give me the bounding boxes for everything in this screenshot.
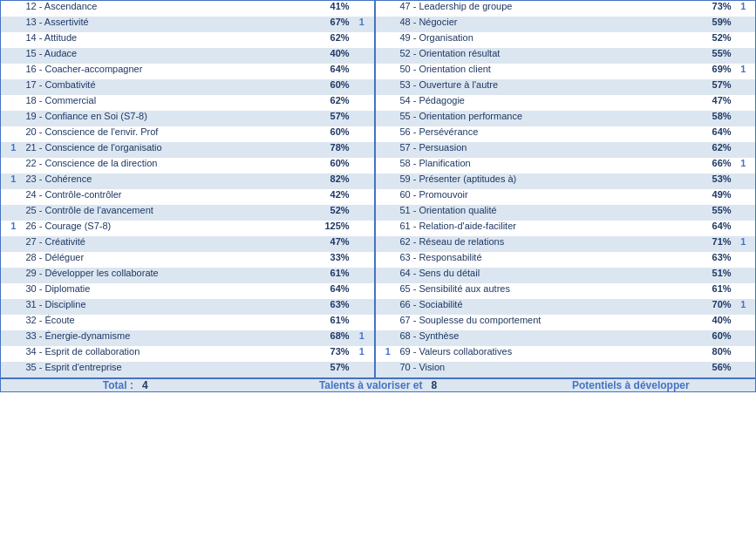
left-item-name: 29 - Développer les collaborate <box>25 268 294 283</box>
right-item-flag <box>732 79 755 95</box>
right-item-flag: 1 <box>732 1 755 17</box>
right-item-name: 48 - Négocier <box>399 17 678 32</box>
right-table-row: 51 - Orientation qualité55% <box>376 205 755 221</box>
right-item-name: 59 - Présenter (aptitudes à) <box>399 173 678 189</box>
right-item-pct: 70% <box>678 299 732 315</box>
left-marker <box>1 64 25 79</box>
right-item-pct: 63% <box>678 252 732 268</box>
footer-talents-label: Talents à valoriser et <box>319 379 423 391</box>
right-item-flag: 1 <box>732 236 755 252</box>
left-table-row: 16 - Coacher-accompagner64% <box>1 64 374 79</box>
left-item-flag <box>350 189 374 205</box>
right-item-flag: 1 <box>732 158 755 173</box>
right-marker <box>376 268 399 283</box>
right-item-pct: 51% <box>678 268 732 283</box>
left-table-row: 121 - Conscience de l'organisatio78% <box>1 142 374 158</box>
left-marker <box>1 32 25 48</box>
right-marker <box>376 17 399 32</box>
footer-cell: Total : 4 Talents à valoriser et 8 Poten… <box>1 378 756 392</box>
right-marker <box>376 299 399 315</box>
left-item-pct: 78% <box>294 142 349 158</box>
left-table-row: 13 - Assertivité67%1 <box>1 17 374 32</box>
left-item-pct: 67% <box>294 17 349 32</box>
right-item-name: 60 - Promouvoir <box>399 189 678 205</box>
left-marker <box>1 252 25 268</box>
left-item-pct: 60% <box>294 126 349 142</box>
right-item-pct: 69% <box>678 64 732 79</box>
right-table-row: 53 - Ouverture à l'autre57% <box>376 79 755 95</box>
right-marker <box>376 158 399 173</box>
right-item-flag: 1 <box>732 299 755 315</box>
left-table-row: 31 - Discipline63% <box>1 299 374 315</box>
right-item-flag <box>732 205 755 221</box>
left-marker <box>1 346 25 362</box>
left-marker <box>1 268 25 283</box>
left-marker <box>1 17 25 32</box>
right-table-row: 60 - Promouvoir49% <box>376 189 755 205</box>
right-table-row: 58 - Planification66%1 <box>376 158 755 173</box>
main-container: 12 - Ascendance41%13 - Assertivité67%114… <box>0 0 756 392</box>
right-item-flag <box>732 111 755 126</box>
left-table-row: 19 - Confiance en Soi (S7-8)57% <box>1 111 374 126</box>
left-table-row: 35 - Esprit d'entreprise57% <box>1 362 374 377</box>
right-item-flag <box>732 221 755 236</box>
right-item-pct: 57% <box>678 79 732 95</box>
right-item-name: 61 - Relation-d'aide-faciliter <box>399 221 678 236</box>
left-item-name: 34 - Esprit de collaboration <box>25 346 294 362</box>
right-item-name: 62 - Réseau de relations <box>399 236 678 252</box>
left-item-name: 22 - Conscience de la direction <box>25 158 294 173</box>
footer-potentiels-label: Potentiels à développer <box>572 379 690 391</box>
right-item-name: 50 - Orientation client <box>399 64 678 79</box>
left-item-pct: 62% <box>294 95 349 111</box>
left-marker <box>1 189 25 205</box>
left-marker <box>1 330 25 346</box>
left-table-row: 123 - Cohérence82% <box>1 173 374 189</box>
left-item-name: 23 - Cohérence <box>25 173 294 189</box>
right-item-name: 57 - Persuasion <box>399 142 678 158</box>
left-table-row: 34 - Esprit de collaboration73%1 <box>1 346 374 362</box>
right-item-name: 54 - Pédagogie <box>399 95 678 111</box>
right-table-row: 57 - Persuasion62% <box>376 142 755 158</box>
left-item-flag: 1 <box>350 17 374 32</box>
right-item-pct: 64% <box>678 126 732 142</box>
right-item-pct: 56% <box>678 362 732 377</box>
right-marker <box>376 236 399 252</box>
left-table-row: 18 - Commercial62% <box>1 95 374 111</box>
left-item-pct: 60% <box>294 158 349 173</box>
right-table-row: 52 - Orientation résultat55% <box>376 48 755 64</box>
left-item-flag <box>350 158 374 173</box>
left-item-flag <box>350 1 374 17</box>
right-item-name: 68 - Synthèse <box>399 330 678 346</box>
right-item-name: 69 - Valeurs collaboratives <box>399 346 678 362</box>
right-table-row: 48 - Négocier59% <box>376 17 755 32</box>
right-item-name: 53 - Ouverture à l'autre <box>399 79 678 95</box>
right-table-row: 169 - Valeurs collaboratives80% <box>376 346 755 362</box>
left-item-flag <box>350 48 374 64</box>
left-data-table: 12 - Ascendance41%13 - Assertivité67%114… <box>1 1 374 377</box>
right-item-pct: 61% <box>678 283 732 299</box>
left-item-name: 12 - Ascendance <box>25 1 294 17</box>
left-marker <box>1 95 25 111</box>
left-table-row: 32 - Écoute61% <box>1 315 374 330</box>
right-marker <box>376 173 399 189</box>
right-item-name: 67 - Souplesse du comportement <box>399 315 678 330</box>
left-item-pct: 40% <box>294 48 349 64</box>
left-item-name: 31 - Discipline <box>25 299 294 315</box>
left-marker <box>1 362 25 377</box>
left-item-name: 20 - Conscience de l'envir. Prof <box>25 126 294 142</box>
left-item-name: 28 - Déléguer <box>25 252 294 268</box>
left-item-pct: 42% <box>294 189 349 205</box>
left-item-pct: 68% <box>294 330 349 346</box>
left-item-name: 25 - Contrôle de l'avancement <box>25 205 294 221</box>
left-item-flag <box>350 221 374 236</box>
left-item-flag <box>350 362 374 377</box>
left-item-pct: 57% <box>294 111 349 126</box>
left-item-flag <box>350 79 374 95</box>
left-marker <box>1 79 25 95</box>
right-item-flag <box>732 252 755 268</box>
right-item-name: 64 - Sens du détail <box>399 268 678 283</box>
left-item-flag: 1 <box>350 346 374 362</box>
left-table-row: 15 - Audace40% <box>1 48 374 64</box>
left-item-flag <box>350 173 374 189</box>
left-item-flag <box>350 268 374 283</box>
